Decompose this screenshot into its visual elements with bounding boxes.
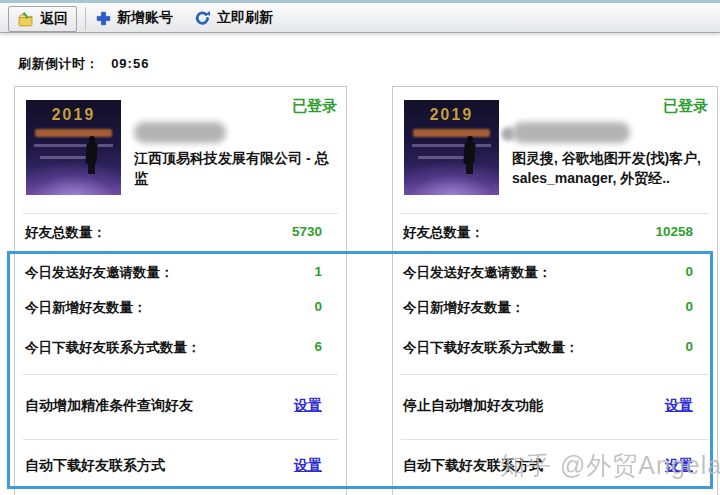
avatar-year-text: 2019 [26,106,121,124]
action-row-auto-download-contacts: 自动下载好友联系方式 设置 [403,457,693,475]
stat-row-new-friends: 今日新增好友数量： 0 [25,299,322,316]
action-row-auto-download-contacts: 自动下载好友联系方式 设置 [25,457,322,475]
avatar-text-line [418,156,469,159]
action-row-auto-add-friends: 自动增加精准条件查询好友 设置 [25,397,322,415]
account-description: 江西顶易科技发展有限公司 - 总监 [134,148,339,188]
settings-link[interactable]: 设置 [665,397,693,415]
stat-row-contacts-downloaded: 今日下载好友联系方式数量： 0 [403,339,693,356]
refresh-now-button[interactable]: 立即刷新 [194,6,273,30]
refresh-icon [194,10,211,26]
divider [23,439,338,440]
settings-link[interactable]: 设置 [665,457,693,475]
action-label: 自动下载好友联系方式 [25,457,165,475]
stat-value: 1 [314,264,322,279]
avatar-text-line [34,144,113,147]
account-description: 图灵搜, 谷歌地图开发(找)客户, sales_manager, 外贸经.. [512,148,710,188]
stat-value: 5730 [292,224,322,239]
stat-value: 0 [314,299,322,314]
add-account-button[interactable]: 新增账号 [96,6,173,30]
divider [401,213,709,214]
plus-icon [96,11,111,26]
settings-link[interactable]: 设置 [294,397,322,415]
stat-label: 好友总数量： [25,224,106,242]
stat-label: 今日下载好友联系方式数量： [403,339,579,357]
stat-label: 今日下载好友联系方式数量： [25,339,201,357]
stat-row-total-friends: 好友总数量： 10258 [403,224,693,241]
action-label: 停止自动增加好友功能 [403,397,543,415]
add-account-label: 新增账号 [117,9,173,27]
settings-link[interactable]: 设置 [294,457,322,475]
stat-label: 今日发送好友邀请数量： [403,264,552,282]
avatar-stage-glow [26,162,121,195]
stat-value: 0 [685,339,693,354]
account-avatar: 2019 [404,100,499,195]
stat-value: 10258 [655,224,693,239]
stat-label: 今日新增好友数量： [25,299,147,317]
avatar-stage-glow [404,162,499,195]
refresh-now-label: 立即刷新 [217,9,273,27]
avatar-text-line [412,144,491,147]
action-label: 自动下载好友联系方式 [403,457,543,475]
refresh-countdown: 刷新倒计时： 09:56 [18,55,149,73]
avatar-banner-bar [413,129,490,137]
toolbar: 返回 新增账号 立即刷新 [0,0,720,33]
refresh-countdown-value: 09:56 [111,56,149,71]
stat-row-contacts-downloaded: 今日下载好友联系方式数量： 6 [25,339,322,356]
divider [401,374,709,375]
action-row-stop-auto-add: 停止自动增加好友功能 设置 [403,397,693,415]
account-card-1: 2019 已登录 江西顶易科技发展有限公司 - 总监 好友总数量： 5730 今… [14,86,347,495]
stat-row-invites-sent: 今日发送好友邀请数量： 0 [403,264,693,281]
stat-label: 今日发送好友邀请数量： [25,264,174,282]
action-label: 自动增加精准条件查询好友 [25,397,193,415]
refresh-countdown-label: 刷新倒计时： [18,56,99,71]
stat-row-new-friends: 今日新增好友数量： 0 [403,299,693,316]
divider [23,374,338,375]
back-button[interactable]: 返回 [8,6,77,32]
divider [401,439,709,440]
divider [23,213,338,214]
avatar-person-silhouette [463,136,477,174]
account-name-redacted [134,122,226,143]
login-status-badge: 已登录 [663,97,708,116]
stat-value: 0 [685,299,693,314]
back-button-label: 返回 [40,10,68,28]
stat-label: 今日新增好友数量： [403,299,525,317]
stat-row-invites-sent: 今日发送好友邀请数量： 1 [25,264,322,281]
stat-row-total-friends: 好友总数量： 5730 [25,224,322,241]
toolbar-separator [85,7,86,30]
account-avatar: 2019 [26,100,121,195]
app-window: 返回 新增账号 立即刷新 刷新倒计时： 09:56 [0,0,720,495]
stat-value: 0 [685,264,693,279]
account-name-redacted [512,122,630,143]
avatar-year-text: 2019 [404,106,499,124]
avatar-text-line [40,156,91,159]
avatar-banner-bar [35,129,112,137]
login-status-badge: 已登录 [292,97,337,116]
stat-value: 6 [314,339,322,354]
account-card-2: 2019 已登录 图灵搜, 谷歌地图开发(找)客户, sales_manager… [392,86,718,495]
back-folder-icon [17,11,34,27]
avatar-person-silhouette [85,136,99,174]
stat-label: 好友总数量： [403,224,484,242]
